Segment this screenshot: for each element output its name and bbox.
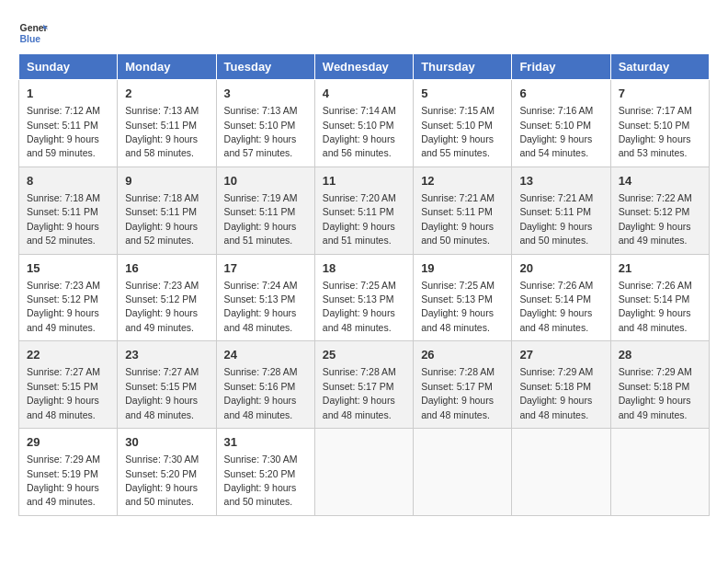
calendar-day-cell: 16 Sunrise: 7:23 AMSunset: 5:12 PMDaylig…	[118, 254, 216, 341]
calendar-body: 1 Sunrise: 7:12 AMSunset: 5:11 PMDayligh…	[19, 80, 710, 516]
day-info: Sunrise: 7:30 AMSunset: 5:20 PMDaylight:…	[125, 454, 199, 507]
day-info: Sunrise: 7:23 AMSunset: 5:12 PMDaylight:…	[27, 280, 100, 333]
day-number: 26	[421, 347, 504, 363]
calendar-day-cell: 10 Sunrise: 7:19 AMSunset: 5:11 PMDaylig…	[216, 167, 314, 254]
calendar-day-cell: 7 Sunrise: 7:17 AMSunset: 5:10 PMDayligh…	[610, 80, 709, 167]
day-info: Sunrise: 7:16 AMSunset: 5:10 PMDaylight:…	[519, 105, 593, 158]
day-number: 7	[619, 86, 701, 102]
calendar-day-cell: 31 Sunrise: 7:30 AMSunset: 5:20 PMDaylig…	[216, 429, 314, 516]
calendar-day-cell: 5 Sunrise: 7:15 AMSunset: 5:10 PMDayligh…	[414, 80, 512, 167]
calendar-day-cell	[414, 429, 512, 516]
weekday-label: Tuesday	[216, 54, 314, 80]
day-info: Sunrise: 7:25 AMSunset: 5:13 PMDaylight:…	[421, 280, 495, 333]
day-number: 18	[323, 260, 405, 277]
day-info: Sunrise: 7:25 AMSunset: 5:13 PMDaylight:…	[323, 280, 396, 333]
day-number: 1	[27, 86, 109, 102]
calendar-day-cell: 8 Sunrise: 7:18 AMSunset: 5:11 PMDayligh…	[19, 167, 118, 254]
day-info: Sunrise: 7:29 AMSunset: 5:19 PMDaylight:…	[27, 454, 100, 507]
weekday-label: Wednesday	[314, 54, 413, 80]
day-info: Sunrise: 7:17 AMSunset: 5:10 PMDaylight:…	[619, 105, 692, 158]
calendar-day-cell: 4 Sunrise: 7:14 AMSunset: 5:10 PMDayligh…	[314, 80, 413, 167]
day-info: Sunrise: 7:29 AMSunset: 5:18 PMDaylight:…	[619, 366, 692, 419]
day-info: Sunrise: 7:28 AMSunset: 5:17 PMDaylight:…	[323, 366, 396, 419]
calendar-day-cell: 13 Sunrise: 7:21 AMSunset: 5:11 PMDaylig…	[512, 167, 610, 254]
weekday-label: Saturday	[610, 54, 709, 80]
calendar-day-cell: 14 Sunrise: 7:22 AMSunset: 5:12 PMDaylig…	[610, 167, 709, 254]
day-number: 4	[323, 86, 405, 102]
day-number: 15	[27, 260, 109, 277]
day-info: Sunrise: 7:23 AMSunset: 5:12 PMDaylight:…	[125, 280, 199, 333]
calendar-day-cell: 21 Sunrise: 7:26 AMSunset: 5:14 PMDaylig…	[610, 254, 709, 341]
day-number: 24	[224, 347, 307, 363]
day-number: 10	[224, 173, 307, 190]
day-number: 27	[519, 347, 602, 363]
weekday-label: Friday	[512, 54, 610, 80]
day-number: 30	[125, 434, 208, 451]
day-number: 29	[27, 434, 109, 451]
calendar-day-cell: 30 Sunrise: 7:30 AMSunset: 5:20 PMDaylig…	[118, 429, 216, 516]
day-info: Sunrise: 7:18 AMSunset: 5:11 PMDaylight:…	[27, 192, 100, 246]
day-info: Sunrise: 7:22 AMSunset: 5:12 PMDaylight:…	[619, 192, 692, 246]
weekday-label: Sunday	[19, 54, 118, 80]
day-number: 21	[619, 260, 701, 277]
calendar-day-cell: 1 Sunrise: 7:12 AMSunset: 5:11 PMDayligh…	[19, 80, 118, 167]
calendar-week-row: 1 Sunrise: 7:12 AMSunset: 5:11 PMDayligh…	[19, 80, 710, 167]
day-number: 8	[27, 173, 109, 190]
day-number: 2	[125, 86, 208, 102]
day-info: Sunrise: 7:29 AMSunset: 5:18 PMDaylight:…	[519, 366, 593, 419]
logo: General Blue	[18, 18, 48, 48]
calendar-day-cell: 12 Sunrise: 7:21 AMSunset: 5:11 PMDaylig…	[414, 167, 512, 254]
day-info: Sunrise: 7:26 AMSunset: 5:14 PMDaylight:…	[519, 280, 593, 333]
day-number: 16	[125, 260, 208, 277]
day-info: Sunrise: 7:18 AMSunset: 5:11 PMDaylight:…	[125, 192, 199, 246]
calendar-day-cell: 3 Sunrise: 7:13 AMSunset: 5:10 PMDayligh…	[216, 80, 314, 167]
day-number: 17	[224, 260, 307, 277]
calendar-day-cell: 20 Sunrise: 7:26 AMSunset: 5:14 PMDaylig…	[512, 254, 610, 341]
calendar-day-cell	[314, 429, 413, 516]
calendar-day-cell: 9 Sunrise: 7:18 AMSunset: 5:11 PMDayligh…	[118, 167, 216, 254]
weekday-label: Monday	[118, 54, 216, 80]
day-info: Sunrise: 7:24 AMSunset: 5:13 PMDaylight:…	[224, 280, 298, 333]
day-number: 25	[323, 347, 405, 363]
day-info: Sunrise: 7:21 AMSunset: 5:11 PMDaylight:…	[421, 192, 495, 246]
day-number: 6	[519, 86, 602, 102]
calendar-table: SundayMondayTuesdayWednesdayThursdayFrid…	[18, 53, 710, 516]
day-info: Sunrise: 7:30 AMSunset: 5:20 PMDaylight:…	[224, 454, 298, 507]
day-info: Sunrise: 7:27 AMSunset: 5:15 PMDaylight:…	[125, 366, 199, 419]
svg-text:Blue: Blue	[20, 34, 41, 44]
calendar-day-cell: 24 Sunrise: 7:28 AMSunset: 5:16 PMDaylig…	[216, 341, 314, 429]
day-info: Sunrise: 7:21 AMSunset: 5:11 PMDaylight:…	[519, 192, 593, 246]
calendar-day-cell: 15 Sunrise: 7:23 AMSunset: 5:12 PMDaylig…	[19, 254, 118, 341]
day-number: 28	[619, 347, 701, 363]
day-number: 11	[323, 173, 405, 190]
day-info: Sunrise: 7:15 AMSunset: 5:10 PMDaylight:…	[421, 105, 495, 158]
day-info: Sunrise: 7:19 AMSunset: 5:11 PMDaylight:…	[224, 192, 298, 246]
day-info: Sunrise: 7:27 AMSunset: 5:15 PMDaylight:…	[27, 366, 100, 419]
calendar-day-cell: 28 Sunrise: 7:29 AMSunset: 5:18 PMDaylig…	[610, 341, 709, 429]
calendar-day-cell: 6 Sunrise: 7:16 AMSunset: 5:10 PMDayligh…	[512, 80, 610, 167]
day-number: 20	[519, 260, 602, 277]
day-number: 13	[519, 173, 602, 190]
calendar-day-cell: 2 Sunrise: 7:13 AMSunset: 5:11 PMDayligh…	[118, 80, 216, 167]
day-info: Sunrise: 7:13 AMSunset: 5:11 PMDaylight:…	[125, 105, 199, 158]
day-number: 23	[125, 347, 208, 363]
day-number: 3	[224, 86, 307, 102]
calendar-day-cell: 17 Sunrise: 7:24 AMSunset: 5:13 PMDaylig…	[216, 254, 314, 341]
calendar-day-cell: 26 Sunrise: 7:28 AMSunset: 5:17 PMDaylig…	[414, 341, 512, 429]
calendar-week-row: 29 Sunrise: 7:29 AMSunset: 5:19 PMDaylig…	[19, 429, 710, 516]
day-info: Sunrise: 7:14 AMSunset: 5:10 PMDaylight:…	[323, 105, 396, 158]
calendar-week-row: 22 Sunrise: 7:27 AMSunset: 5:15 PMDaylig…	[19, 341, 710, 429]
calendar-week-row: 8 Sunrise: 7:18 AMSunset: 5:11 PMDayligh…	[19, 167, 710, 254]
calendar-day-cell: 18 Sunrise: 7:25 AMSunset: 5:13 PMDaylig…	[314, 254, 413, 341]
day-number: 31	[224, 434, 307, 451]
day-info: Sunrise: 7:28 AMSunset: 5:16 PMDaylight:…	[224, 366, 298, 419]
page-header: General Blue	[18, 18, 710, 48]
day-info: Sunrise: 7:26 AMSunset: 5:14 PMDaylight:…	[619, 280, 692, 333]
calendar-day-cell: 29 Sunrise: 7:29 AMSunset: 5:19 PMDaylig…	[19, 429, 118, 516]
calendar-day-cell: 25 Sunrise: 7:28 AMSunset: 5:17 PMDaylig…	[314, 341, 413, 429]
day-number: 5	[421, 86, 504, 102]
calendar-day-cell: 22 Sunrise: 7:27 AMSunset: 5:15 PMDaylig…	[19, 341, 118, 429]
weekday-header-row: SundayMondayTuesdayWednesdayThursdayFrid…	[19, 54, 710, 80]
calendar-week-row: 15 Sunrise: 7:23 AMSunset: 5:12 PMDaylig…	[19, 254, 710, 341]
calendar-day-cell	[512, 429, 610, 516]
